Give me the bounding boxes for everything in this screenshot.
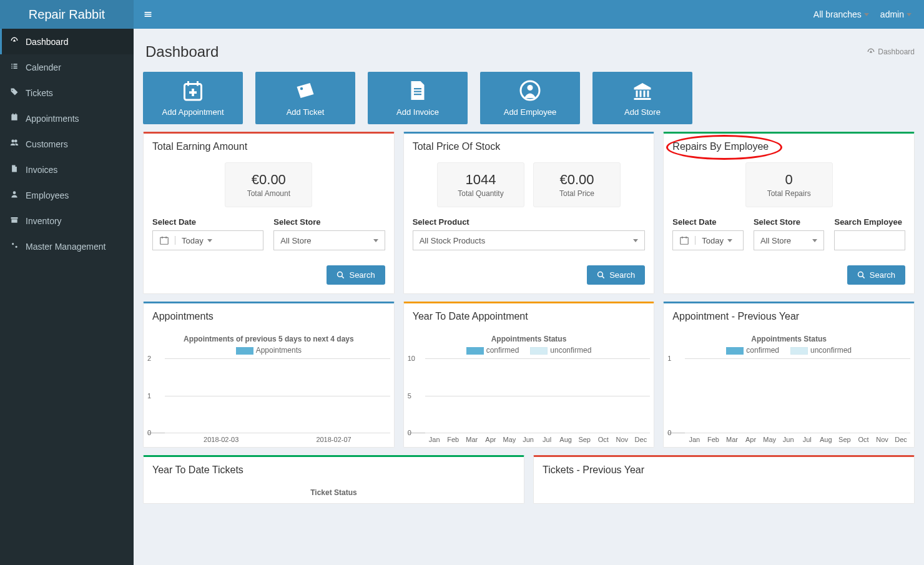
sidebar-item-employees[interactable]: Employees xyxy=(0,182,134,208)
sidebar-item-appointments[interactable]: Appointments xyxy=(0,106,134,131)
tile-label: Add Ticket xyxy=(287,107,325,117)
tile-add-employee[interactable]: Add Employee xyxy=(480,72,580,124)
legend-swatch-unconfirmed xyxy=(790,347,808,355)
calendar-icon xyxy=(680,236,689,245)
chart-x-tick: Aug xyxy=(556,433,575,443)
tile-add-invoice[interactable]: Add Invoice xyxy=(368,72,468,124)
chart-x-tick: Sep xyxy=(835,433,854,443)
panel-title: Total Earning Amount xyxy=(144,134,394,160)
box-icon xyxy=(9,215,19,226)
chart-x-tick: Jul xyxy=(798,433,817,443)
search-button[interactable]: Search xyxy=(327,265,385,285)
users-icon xyxy=(9,139,19,149)
sidebar-item-label: Customers xyxy=(26,139,68,149)
stat-label: Total Quantity xyxy=(456,189,505,198)
stat-value: €0.00 xyxy=(244,172,293,188)
sidebar-item-label: Inventory xyxy=(26,216,62,226)
search-button-label: Search xyxy=(609,270,635,280)
sidebar-item-dashboard[interactable]: Dashboard xyxy=(0,29,134,54)
tile-label: Add Appointment xyxy=(162,107,224,117)
legend-label: confirmed xyxy=(486,346,519,355)
search-button[interactable]: Search xyxy=(587,265,645,285)
date-picker[interactable]: Today xyxy=(672,230,744,250)
store-select[interactable]: All Store xyxy=(754,230,825,250)
sidebar-item-invoices[interactable]: Invoices xyxy=(0,157,134,182)
employee-search-input[interactable] xyxy=(834,230,905,250)
chart-x-tick: Oct xyxy=(854,433,873,443)
chart-x-tick: May xyxy=(500,433,519,443)
panel-total-stock: Total Price Of Stock 1044 Total Quantity… xyxy=(403,132,655,294)
search-button[interactable]: Search xyxy=(847,265,905,285)
branch-selector-label: All branches xyxy=(813,9,862,19)
chart-title: Ticket Status xyxy=(147,488,520,497)
chart-x-tick: Nov xyxy=(612,433,631,443)
stat-value: 1044 xyxy=(456,172,505,188)
chart-x-tick: Aug xyxy=(817,433,835,443)
caret-down-icon xyxy=(373,239,378,242)
date-value: Today xyxy=(702,236,724,245)
product-select[interactable]: All Stock Products xyxy=(413,230,646,250)
sidebar-item-label: Tickets xyxy=(26,88,53,98)
search-employee-label: Search Employee xyxy=(834,217,905,227)
doc-icon xyxy=(406,79,429,104)
date-picker[interactable]: Today xyxy=(152,230,263,250)
store-select[interactable]: All Store xyxy=(273,230,385,250)
chart-x-tick: Jun xyxy=(779,433,798,443)
sidebar-toggle[interactable] xyxy=(134,10,162,19)
branch-selector[interactable]: All branches xyxy=(813,9,869,19)
chart-title: Appointments Status xyxy=(408,335,651,343)
svg-point-8 xyxy=(528,85,533,91)
brand-logo[interactable]: Repair Rabbit xyxy=(0,0,134,29)
calendar-icon xyxy=(9,113,19,124)
select-date-label: Select Date xyxy=(672,217,744,227)
legend-swatch-confirmed xyxy=(466,347,484,355)
caret-down-icon xyxy=(633,239,638,242)
search-icon xyxy=(597,271,606,280)
tile-label: Add Invoice xyxy=(396,107,439,117)
gauge-icon xyxy=(867,47,875,56)
panel-total-earning: Total Earning Amount €0.00 Total Amount … xyxy=(143,132,395,294)
legend-label: Appointments xyxy=(256,346,302,355)
sidebar-item-tickets[interactable]: Tickets xyxy=(0,80,134,106)
sidebar-item-master[interactable]: Master Management xyxy=(0,233,134,259)
hamburger-icon xyxy=(144,10,152,19)
sidebar-item-inventory[interactable]: Inventory xyxy=(0,208,134,233)
sidebar-item-calender[interactable]: Calender xyxy=(0,54,134,80)
chart-x-tick: Dec xyxy=(892,433,910,443)
page-title: Dashboard xyxy=(145,43,219,61)
caret-down-icon xyxy=(727,239,732,242)
chart-x-tick: Dec xyxy=(631,433,650,443)
chart-x-tick: May xyxy=(760,433,779,443)
panel-prev-year-tickets: Tickets - Previous Year xyxy=(533,455,915,504)
chart-x-tick: Jan xyxy=(685,433,704,443)
stat-total-price: €0.00 Total Price xyxy=(533,162,621,207)
legend-label: unconfirmed xyxy=(810,346,852,355)
select-product-label: Select Product xyxy=(413,217,646,227)
chart-x-tick: 2018-02-03 xyxy=(165,433,277,443)
calendar-icon xyxy=(160,236,169,245)
sidebar-item-label: Appointments xyxy=(26,114,79,124)
store-value: All Store xyxy=(760,236,791,245)
user-menu[interactable]: admin xyxy=(880,9,912,19)
tile-add-appointment[interactable]: Add Appointment xyxy=(143,72,243,124)
chart-x-tick: Jul xyxy=(538,433,556,443)
panel-title: Year To Date Tickets xyxy=(144,457,524,483)
ticket-icon xyxy=(294,79,317,104)
panel-prev-year-appointment-chart: Appointment - Previous Year Appointments… xyxy=(663,302,915,448)
stat-label: Total Price xyxy=(553,189,601,198)
product-value: All Stock Products xyxy=(420,236,486,245)
tile-add-store[interactable]: Add Store xyxy=(592,72,692,124)
panel-title: Year To Date Appointment xyxy=(404,303,654,330)
panel-title: Appointment - Previous Year xyxy=(664,303,914,330)
sidebar-item-label: Invoices xyxy=(26,165,57,175)
sidebar-item-customers[interactable]: Customers xyxy=(0,131,134,157)
search-button-label: Search xyxy=(870,270,895,280)
panel-title: Appointments xyxy=(144,303,394,330)
svg-point-6 xyxy=(300,87,303,91)
chart-x-tick: Sep xyxy=(575,433,594,443)
chart-x-tick: Apr xyxy=(742,433,760,443)
caret-down-icon xyxy=(812,239,817,242)
caret-down-icon xyxy=(907,13,912,16)
list-icon xyxy=(9,62,19,72)
tile-add-ticket[interactable]: Add Ticket xyxy=(255,72,355,124)
